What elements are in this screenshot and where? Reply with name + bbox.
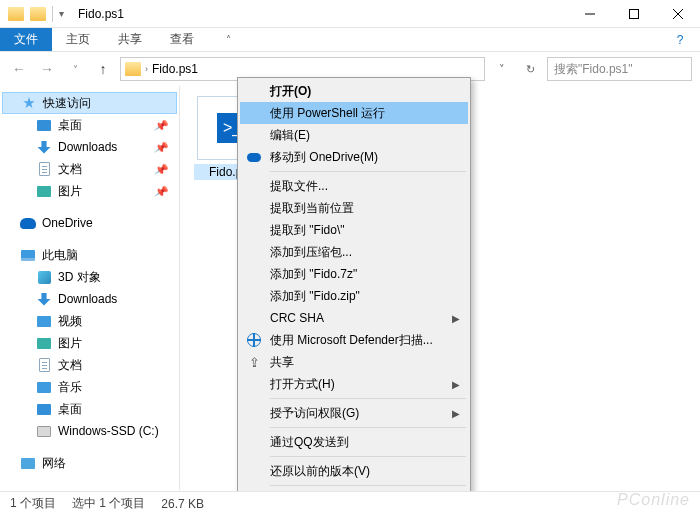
sidebar-item-label: 音乐 (58, 379, 82, 396)
menu-edit[interactable]: 编辑(E) (240, 124, 468, 146)
pictures-icon (36, 335, 52, 351)
sidebar-quick-access[interactable]: 快速访问 (2, 92, 177, 114)
sidebar-item-pictures[interactable]: 图片📌 (0, 180, 179, 202)
sidebar-item-documents[interactable]: 文档📌 (0, 158, 179, 180)
menu-add-7z[interactable]: 添加到 "Fido.7z" (240, 263, 468, 285)
sidebar-item-desktop2[interactable]: 桌面 (0, 398, 179, 420)
menu-separator (270, 398, 466, 399)
sidebar-item-label: 桌面 (58, 401, 82, 418)
pin-icon: 📌 (154, 161, 170, 176)
menu-open-with[interactable]: 打开方式(H)▶ (240, 373, 468, 395)
close-button[interactable] (656, 0, 700, 28)
sidebar-item-documents2[interactable]: 文档 (0, 354, 179, 376)
tab-view[interactable]: 查看 (156, 28, 208, 51)
menu-defender-scan[interactable]: 使用 Microsoft Defender扫描... (240, 329, 468, 351)
maximize-button[interactable] (612, 0, 656, 28)
pc-icon (20, 247, 36, 263)
menu-label: 打开(O) (270, 83, 311, 100)
back-button[interactable]: ← (8, 58, 30, 80)
drive-icon (36, 423, 52, 439)
search-input[interactable]: 搜索"Fido.ps1" (547, 57, 692, 81)
window-title: Fido.ps1 (72, 7, 124, 21)
menu-label: 打开方式(H) (270, 376, 335, 393)
menu-extract-files[interactable]: 提取文件... (240, 175, 468, 197)
onedrive-icon (246, 149, 262, 165)
menu-add-archive[interactable]: 添加到压缩包... (240, 241, 468, 263)
sidebar-item-downloads2[interactable]: Downloads (0, 288, 179, 310)
tab-file[interactable]: 文件 (0, 28, 52, 51)
menu-label: 添加到 "Fido.7z" (270, 266, 357, 283)
minimize-button[interactable] (568, 0, 612, 28)
sidebar-item-drive[interactable]: Windows-SSD (C:) (0, 420, 179, 442)
tab-share[interactable]: 共享 (104, 28, 156, 51)
submenu-arrow-icon: ▶ (452, 379, 460, 390)
menu-extract-here[interactable]: 提取到当前位置 (240, 197, 468, 219)
sidebar-onedrive[interactable]: OneDrive (0, 212, 179, 234)
breadcrumb-folder-icon (125, 61, 141, 77)
history-chevron[interactable]: ˅ (64, 58, 86, 80)
sidebar-item-label: 图片 (58, 183, 82, 200)
sidebar-item-3dobjects[interactable]: 3D 对象 (0, 266, 179, 288)
menu-separator (270, 485, 466, 486)
video-icon (36, 313, 52, 329)
menu-move-onedrive[interactable]: 移动到 OneDrive(M) (240, 146, 468, 168)
address-dropdown[interactable]: ˅ (491, 58, 513, 80)
menu-restore-versions[interactable]: 还原以前的版本(V) (240, 460, 468, 482)
menu-run-powershell[interactable]: 使用 PowerShell 运行 (240, 102, 468, 124)
sidebar-thispc[interactable]: 此电脑 (0, 244, 179, 266)
pin-icon: 📌 (154, 139, 170, 154)
menu-label: CRC SHA (270, 311, 324, 325)
sidebar-item-label: 视频 (58, 313, 82, 330)
app-folder-icon (8, 6, 24, 22)
sidebar-item-label: 图片 (58, 335, 82, 352)
document-icon (36, 357, 52, 373)
sidebar-item-pictures2[interactable]: 图片 (0, 332, 179, 354)
menu-share[interactable]: ⇪共享 (240, 351, 468, 373)
sidebar-item-label: 文档 (58, 161, 82, 178)
star-icon (21, 95, 37, 111)
svg-rect-0 (630, 9, 639, 18)
sidebar-item-desktop[interactable]: 桌面📌 (0, 114, 179, 136)
desktop-icon (36, 117, 52, 133)
menu-grant-access[interactable]: 授予访问权限(G)▶ (240, 402, 468, 424)
3d-icon (36, 269, 52, 285)
sidebar-item-label: 文档 (58, 357, 82, 374)
sidebar-network[interactable]: 网络 (0, 452, 179, 474)
up-button[interactable]: ↑ (92, 58, 114, 80)
breadcrumb-current[interactable]: Fido.ps1 (152, 62, 198, 76)
download-icon (36, 139, 52, 155)
submenu-arrow-icon: ▶ (452, 313, 460, 324)
refresh-button[interactable]: ↻ (519, 58, 541, 80)
menu-crc-sha[interactable]: CRC SHA▶ (240, 307, 468, 329)
sidebar-item-label: 桌面 (58, 117, 82, 134)
defender-icon (246, 332, 262, 348)
menu-label: 提取到当前位置 (270, 200, 354, 217)
help-button[interactable]: ? (660, 28, 700, 51)
qat-chevron[interactable]: ▾ (59, 8, 64, 19)
menu-qq-send[interactable]: 通过QQ发送到 (240, 431, 468, 453)
menu-label: 共享 (270, 354, 294, 371)
menu-label: 授予访问权限(G) (270, 405, 359, 422)
menu-add-zip[interactable]: 添加到 "Fido.zip" (240, 285, 468, 307)
menu-label: 使用 Microsoft Defender扫描... (270, 332, 433, 349)
sidebar-item-videos[interactable]: 视频 (0, 310, 179, 332)
menu-label: 移动到 OneDrive(M) (270, 149, 378, 166)
share-icon: ⇪ (246, 354, 262, 370)
desktop-icon (36, 401, 52, 417)
sidebar-item-music[interactable]: 音乐 (0, 376, 179, 398)
status-bar: 1 个项目 选中 1 个项目 26.7 KB (0, 491, 700, 515)
tab-home[interactable]: 主页 (52, 28, 104, 51)
music-icon (36, 379, 52, 395)
status-size: 26.7 KB (161, 497, 204, 511)
menu-extract-to[interactable]: 提取到 "Fido\" (240, 219, 468, 241)
chevron-right-icon: › (145, 64, 148, 74)
menu-label: 编辑(E) (270, 127, 310, 144)
status-selected-count: 选中 1 个项目 (72, 495, 145, 512)
menu-label: 提取文件... (270, 178, 328, 195)
sidebar-item-downloads[interactable]: Downloads📌 (0, 136, 179, 158)
ribbon-collapse-button[interactable]: ˄ (208, 28, 248, 51)
menu-open[interactable]: 打开(O) (240, 80, 468, 102)
menu-label: 添加到 "Fido.zip" (270, 288, 360, 305)
forward-button[interactable]: → (36, 58, 58, 80)
sidebar-item-label: 此电脑 (42, 247, 78, 264)
